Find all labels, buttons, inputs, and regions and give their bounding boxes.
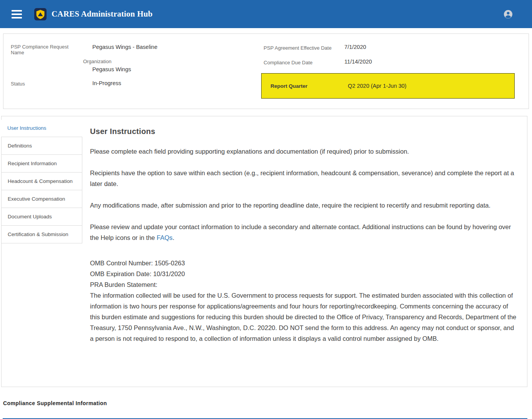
- sidebar-item-certification-submission[interactable]: Certification & Submission: [1, 225, 82, 243]
- request-name-value: Pegasus Wings - Baseline: [92, 44, 157, 50]
- report-sections-card: User Instructions Definitions Recipient …: [1, 116, 527, 387]
- request-name-label: PSP Compliance Request Name: [11, 44, 72, 55]
- effective-date-label: PSP Agreement Effective Date: [263, 44, 344, 51]
- section-nav: User Instructions Definitions Recipient …: [1, 116, 82, 243]
- report-quarter-highlight: Report Quarter Q2 2020 (Apr 1-Jun 30): [261, 73, 515, 99]
- sidebar-item-user-instructions[interactable]: User Instructions: [1, 120, 82, 137]
- summary-right-column: PSP Agreement Effective Date 7/1/2020 Co…: [263, 44, 522, 99]
- sidebar-item-recipient-information[interactable]: Recipient Information: [1, 154, 82, 173]
- page-title: User Instructions: [90, 127, 518, 136]
- status-value: In-Progress: [92, 80, 121, 86]
- pra-burden-statement-label: PRA Burden Statement:: [90, 279, 518, 290]
- organization-label: Organization: [83, 59, 263, 64]
- sidebar-item-headcount-compensation[interactable]: Headcount & Compensation: [1, 172, 82, 190]
- user-instructions-panel: User Instructions Please complete each f…: [82, 116, 527, 366]
- organization-field: Organization Pegasus Wings: [11, 59, 263, 72]
- app-title: CARES Administration Hub: [52, 9, 153, 19]
- user-avatar-button[interactable]: [504, 10, 513, 19]
- instructions-paragraph-4: Please review and update your contact in…: [90, 221, 518, 243]
- sidebar-item-document-uploads[interactable]: Document Uploads: [1, 208, 82, 226]
- compliance-supplemental-information-title: Compliance Supplemental Information: [3, 400, 532, 406]
- faqs-link[interactable]: FAQs: [157, 234, 172, 241]
- top-navbar: CARES Administration Hub: [0, 0, 532, 28]
- instructions-paragraph-4-text: Please review and update your contact in…: [90, 223, 511, 241]
- summary-left-column: PSP Compliance Request Name Pegasus Wing…: [11, 44, 263, 99]
- instructions-paragraph-4-end: .: [173, 234, 175, 241]
- pra-burden-statement-text: The information collected will be used f…: [90, 290, 518, 344]
- request-name-field: PSP Compliance Request Name Pegasus Wing…: [11, 44, 263, 55]
- compliance-summary-card: PSP Compliance Request Name Pegasus Wing…: [3, 34, 529, 109]
- effective-date-field: PSP Agreement Effective Date 7/1/2020: [263, 44, 522, 51]
- omb-control-number: OMB Control Number: 1505-0263: [90, 258, 518, 268]
- status-field: Status In-Progress: [11, 80, 263, 87]
- instructions-paragraph-1: Please complete each field providing sup…: [90, 146, 518, 157]
- status-label: Status: [11, 80, 72, 87]
- hamburger-menu-icon[interactable]: [12, 10, 22, 18]
- effective-date-value: 7/1/2020: [344, 44, 366, 50]
- sidebar-item-definitions[interactable]: Definitions: [1, 137, 82, 155]
- omb-statement-block: OMB Control Number: 1505-0263 OMB Expira…: [90, 258, 518, 344]
- due-date-field: Compliance Due Date 11/14/2020: [263, 59, 522, 65]
- report-quarter-label: Report Quarter: [270, 83, 348, 89]
- instructions-paragraph-2: Recipients have the option to save withi…: [90, 168, 518, 189]
- report-quarter-value: Q2 2020 (Apr 1-Jun 30): [348, 83, 406, 89]
- brand: CARES Administration Hub: [34, 8, 153, 20]
- account-circle-icon: [504, 10, 513, 19]
- organization-value: Pegasus Wings: [92, 66, 263, 72]
- due-date-label: Compliance Due Date: [263, 59, 344, 65]
- sidebar-item-executive-compensation[interactable]: Executive Compensation: [1, 190, 82, 208]
- instructions-paragraph-3: Any modifications made, after submission…: [90, 200, 518, 211]
- cares-shield-logo-icon: [34, 8, 47, 20]
- due-date-value: 11/14/2020: [344, 59, 372, 65]
- omb-expiration-date: OMB Expiration Date: 10/31/2020: [90, 268, 518, 279]
